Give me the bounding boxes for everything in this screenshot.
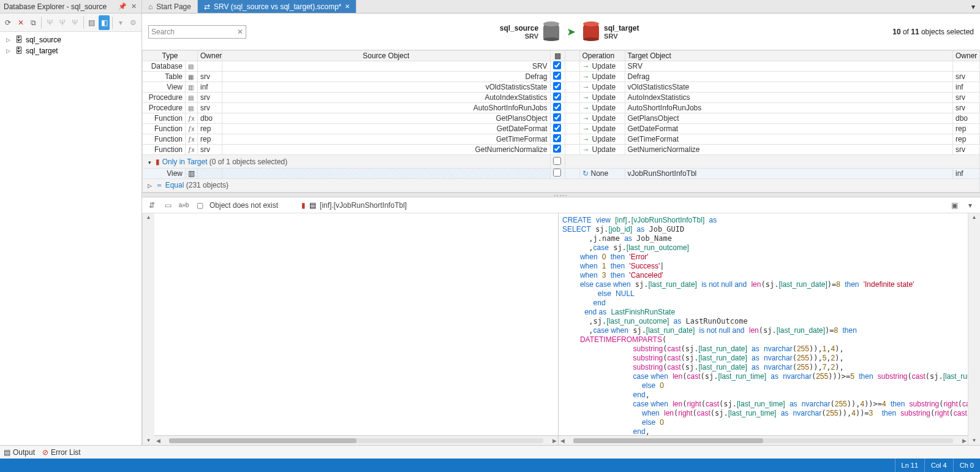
row-checkbox[interactable] xyxy=(553,169,561,177)
col-source[interactable]: Source Object xyxy=(222,51,550,61)
gutter-down-icon[interactable]: ▼ xyxy=(145,438,153,444)
row-checkbox[interactable] xyxy=(553,82,561,90)
tree-node[interactable]: ▷ 🗄 sql_target xyxy=(0,45,141,56)
cell-owner: inf xyxy=(198,82,222,93)
cell-op: Update xyxy=(592,93,616,102)
options-icon[interactable]: ▾ xyxy=(964,199,976,211)
arrow-right-icon: → xyxy=(582,83,590,91)
text-icon[interactable]: a»b xyxy=(178,199,190,211)
cell-type: Procedure xyxy=(143,103,186,113)
group-equal[interactable]: ▷ ＝ Equal (231 objects) xyxy=(143,179,980,192)
cell-owner: srv xyxy=(198,72,222,82)
horizontal-splitter[interactable]: ••••• xyxy=(142,192,980,197)
row-checkbox[interactable] xyxy=(553,61,561,69)
row-checkbox[interactable] xyxy=(553,72,561,80)
tree-node-label: sql_target xyxy=(26,47,58,55)
expand-icon[interactable]: ▷ xyxy=(6,37,12,43)
filter1-icon[interactable]: Ψ xyxy=(44,15,55,30)
right-hscroll[interactable]: ◀▶ xyxy=(559,435,968,445)
grid-row[interactable]: FunctionƒxdboGetPlansObject→UpdateGetPla… xyxy=(143,113,980,124)
cell-op: Update xyxy=(592,104,616,112)
cell-owner2: inf xyxy=(953,169,980,179)
output-tab[interactable]: ▤Output xyxy=(4,448,35,457)
row-checkbox[interactable] xyxy=(553,145,561,153)
row-checkbox[interactable] xyxy=(553,124,561,132)
row-checkbox[interactable] xyxy=(553,93,561,101)
delete-icon[interactable]: ✕ xyxy=(15,15,26,30)
status-col: Col 4 xyxy=(924,459,953,472)
cell-type: Function xyxy=(143,134,186,145)
collapse-icon[interactable]: ▾ xyxy=(145,159,154,166)
db-filter-icon[interactable]: ▤ xyxy=(86,15,97,30)
gear-icon[interactable]: ⚙ xyxy=(128,15,139,30)
gutter-down-icon[interactable]: ▼ xyxy=(971,438,978,444)
database-icon xyxy=(583,24,599,40)
grid-row[interactable]: FunctionƒxrepGetDateFormat→UpdateGetDate… xyxy=(143,124,980,134)
col-check-all[interactable]: ▦ xyxy=(550,51,565,61)
col-operation[interactable]: Operation xyxy=(579,51,625,61)
grid-row[interactable]: View ▥ ↻None vJobRunShortInfoTbl inf xyxy=(143,169,980,179)
left-gutter: ▲ ▼ xyxy=(142,213,154,445)
grid-row[interactable]: FunctionƒxsrvGetNumericNormalize→UpdateG… xyxy=(143,145,980,155)
group-only-in-target[interactable]: ▾ ▮ Only in Target (0 of 1 objects selec… xyxy=(143,155,980,169)
cell-source: AutoIndexStatistics xyxy=(222,93,550,103)
cell-op: Update xyxy=(592,114,616,123)
left-hscroll[interactable]: ◀▶ xyxy=(154,435,558,445)
source-db-block: sql_source SRV xyxy=(500,24,559,40)
grid-row[interactable]: Table▦srvDefrag→UpdateDefragsrv xyxy=(143,72,980,82)
funnel-icon[interactable]: ▾ xyxy=(115,15,126,30)
search-input[interactable]: Search ✕ xyxy=(148,25,246,39)
left-code[interactable] xyxy=(154,213,558,435)
db-red-icon: ▮ xyxy=(156,158,160,166)
filter2-icon[interactable]: Ψ xyxy=(57,15,68,30)
col-owner2[interactable]: Owner xyxy=(953,51,980,61)
col-target[interactable]: Target Object xyxy=(625,51,953,61)
error-list-tab[interactable]: ⊘Error List xyxy=(42,448,81,457)
view-mode-icon[interactable]: ◧ xyxy=(99,15,110,30)
type-icon: ƒx xyxy=(186,124,198,134)
diff-left-pane[interactable]: ◀▶ xyxy=(154,213,559,445)
expand-icon[interactable]: ▷ xyxy=(145,183,154,189)
tab-start-page[interactable]: ⌂ Start Page xyxy=(142,0,198,13)
grid-row[interactable]: View▥infvOldStatisticsState→UpdatevOldSt… xyxy=(143,82,980,93)
tab-overflow-icon[interactable]: ▾ xyxy=(967,0,980,13)
grid-row[interactable]: Procedure▤srvAutoShortInfoRunJobs→Update… xyxy=(143,103,980,113)
cell-owner2: rep xyxy=(953,134,980,145)
wrap-icon[interactable]: ▭ xyxy=(162,199,174,211)
copy-icon[interactable]: ⧉ xyxy=(28,15,39,30)
gutter-up-icon[interactable]: ▲ xyxy=(145,215,153,221)
expand-icon[interactable]: ▷ xyxy=(6,48,12,54)
type-icon: ▦ xyxy=(186,72,198,82)
type-icon: ▥ xyxy=(186,169,198,179)
row-checkbox[interactable] xyxy=(553,113,561,121)
group-checkbox[interactable] xyxy=(553,157,561,165)
db-icon: ▮ xyxy=(301,201,306,210)
close-tab-icon[interactable]: ✕ xyxy=(345,3,350,10)
pin-icon[interactable]: 📌 xyxy=(118,2,127,10)
type-icon: ▤ xyxy=(186,61,198,72)
filter3-icon[interactable]: Ψ xyxy=(69,15,80,30)
diff-toolbar: ⇵ ▭ a»b ▢ Object does not exist ▮ ▤ [inf… xyxy=(142,197,980,213)
gutter-up-icon[interactable]: ▲ xyxy=(971,215,978,221)
col-owner[interactable]: Owner xyxy=(198,51,222,61)
clear-search-icon[interactable]: ✕ xyxy=(237,28,243,36)
grid-row[interactable]: Procedure▤srvAutoIndexStatistics→UpdateA… xyxy=(143,93,980,103)
right-code[interactable]: CREATE view [inf].[vJobRunShortInfoTbl] … xyxy=(559,213,968,435)
row-checkbox[interactable] xyxy=(553,134,561,142)
tab-comparison[interactable]: ⇄ SRV (sql_source vs sql_target).scomp* … xyxy=(198,0,357,13)
grid-row[interactable]: FunctionƒxrepGetTimeFormat→UpdateGetTime… xyxy=(143,134,980,145)
target-db-block: sql_target SRV xyxy=(583,24,639,40)
row-checkbox[interactable] xyxy=(553,103,561,111)
close-icon[interactable]: ✕ xyxy=(129,2,138,10)
maximize-icon[interactable]: ▣ xyxy=(948,199,960,211)
explorer-title: Database Explorer - sql_source xyxy=(4,2,107,11)
grid-row[interactable]: Database▤SRV→UpdateSRV xyxy=(143,61,980,72)
col-type[interactable]: Type xyxy=(143,51,198,61)
refresh-icon[interactable]: ⟳ xyxy=(2,15,13,30)
diff-viewer: ⇵ ▭ a»b ▢ Object does not exist ▮ ▤ [inf… xyxy=(142,197,980,445)
tree-node[interactable]: ▷ 🗄 sql_source xyxy=(0,34,141,45)
cell-source: GetPlansObject xyxy=(222,113,550,124)
expand-icon[interactable]: ▢ xyxy=(194,199,206,211)
diff-right-pane[interactable]: CREATE view [inf].[vJobRunShortInfoTbl] … xyxy=(559,213,968,445)
sync-scroll-icon[interactable]: ⇵ xyxy=(146,199,158,211)
